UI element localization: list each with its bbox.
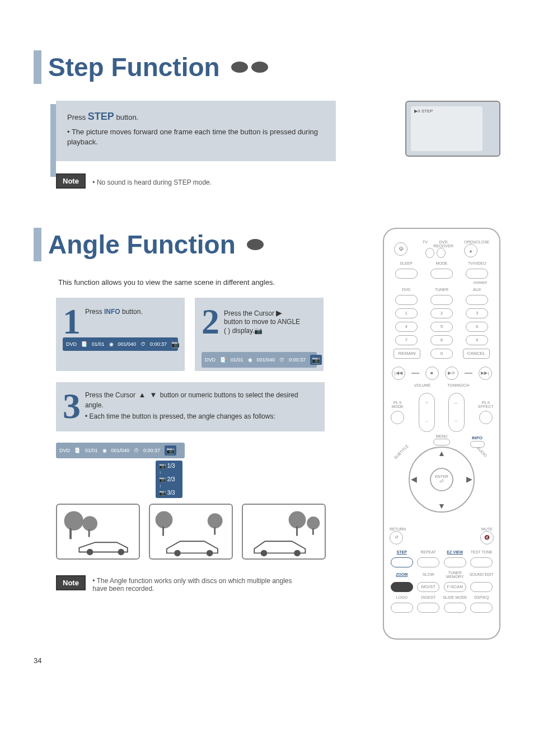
chevron-up-icon: ︿: [454, 400, 458, 406]
return-button[interactable]: ↺: [390, 531, 403, 544]
sleep-button[interactable]: [395, 269, 418, 279]
ezview-button[interactable]: [444, 557, 466, 567]
step-number-1: 1: [63, 306, 81, 338]
step-label-highlight: STEP: [390, 550, 414, 554]
cancel-button[interactable]: CANCEL: [463, 349, 490, 359]
step-function-heading-row: Step Function: [34, 50, 500, 84]
eject-button[interactable]: ▲: [464, 244, 477, 257]
clock-icon: ⏱: [140, 341, 146, 347]
play-pause-button[interactable]: ▶/II: [445, 367, 458, 380]
step-button-label: STEP: [88, 111, 114, 122]
slow-button[interactable]: MO/ST: [417, 582, 439, 592]
zoom-button[interactable]: [391, 582, 413, 592]
media-dots: [247, 239, 264, 250]
title-icon: 📑: [81, 341, 87, 347]
digit-3[interactable]: 3: [466, 308, 488, 318]
svg-rect-13: [296, 526, 298, 536]
svg-point-5: [118, 549, 125, 556]
svg-point-0: [64, 511, 84, 530]
svg-point-14: [307, 516, 320, 529]
logo-button[interactable]: [391, 603, 413, 613]
tv-led: [425, 248, 434, 258]
enter-button[interactable]: ENTER ⏎: [430, 468, 453, 491]
camera-icon: 📷: [165, 445, 176, 456]
digit-9[interactable]: 9: [466, 335, 488, 345]
cursor-right-icon: ▶: [276, 308, 282, 317]
cursor-down[interactable]: ▼: [438, 501, 446, 510]
page-number: 34: [34, 656, 500, 665]
angle-thumb-3: [242, 504, 326, 560]
digit-8[interactable]: 8: [430, 335, 453, 345]
note-badge: Note: [56, 575, 86, 590]
testtone-button[interactable]: [470, 557, 493, 567]
accent-bar: [34, 50, 41, 84]
note-badge: Note: [56, 173, 86, 189]
angle-function-heading-row: Angle Function: [34, 228, 366, 261]
dvd-led: [437, 248, 446, 258]
note-text: • No sound is heard during STEP mode.: [92, 179, 212, 186]
mode-button[interactable]: [430, 269, 453, 279]
svg-rect-3: [88, 529, 90, 537]
cursor-down-icon: ▼: [149, 391, 158, 399]
step-instruction-text: Press STEP button.: [67, 110, 325, 124]
remote-control-illustration: ⏻ TV DVD RECEIVER OPEN/CLOSE ▲: [383, 228, 500, 640]
plus-icon: +: [425, 400, 428, 405]
angle-value: 📷 1/3: [159, 463, 179, 469]
remain-button[interactable]: REMAIN: [394, 349, 420, 359]
osd-bar-step2: DVD 📑 01/01 ◉ 001/040 ⏱ 0:00:37 📷: [202, 352, 317, 368]
tunermem-button[interactable]: F.SCAN: [444, 582, 466, 592]
title-icon: 📑: [220, 357, 226, 363]
svg-point-6: [156, 511, 173, 528]
digit-6[interactable]: 6: [466, 322, 488, 332]
info-button-label: INFO: [104, 308, 120, 316]
clock-icon: ⏱: [279, 357, 284, 363]
dvd-source-button[interactable]: [395, 295, 418, 305]
minus-icon: −: [425, 419, 428, 424]
pl2-effect-button[interactable]: [479, 411, 493, 424]
svg-point-11: [207, 550, 213, 557]
accent-bar: [50, 104, 56, 177]
prev-button[interactable]: |◀◀: [392, 367, 405, 380]
media-dots: [231, 62, 268, 73]
accent-bar: [34, 228, 41, 261]
stop-button[interactable]: ■: [425, 367, 439, 380]
chapter-icon: ◉: [109, 341, 114, 347]
cursor-right[interactable]: ▶: [466, 475, 472, 483]
aux-source-button[interactable]: [466, 295, 488, 305]
repeat-button[interactable]: [417, 557, 439, 567]
svg-point-17: [294, 550, 301, 557]
digit-0[interactable]: 0: [430, 349, 453, 359]
cursor-left[interactable]: ◀: [411, 475, 417, 483]
power-button[interactable]: ⏻: [394, 242, 407, 256]
cursor-up[interactable]: ▲: [438, 449, 446, 458]
digit-2[interactable]: 2: [430, 308, 453, 318]
tuning-pad[interactable]: ︿﹀: [448, 393, 465, 432]
step-function-title: Step Function: [48, 52, 220, 82]
angle-thumb-1: [56, 504, 140, 560]
camera-icon-highlighted: 📷: [310, 355, 322, 365]
angle-function-title: Angle Function: [48, 229, 236, 260]
info-label-highlight: INFO: [472, 435, 483, 440]
info-button[interactable]: [470, 441, 485, 448]
step-button[interactable]: [391, 557, 413, 567]
svg-point-10: [174, 550, 181, 557]
soundedit-button[interactable]: [470, 582, 493, 592]
tv-osd-text: ▶II STEP: [414, 109, 433, 114]
chapter-icon: ◉: [248, 357, 252, 363]
svg-point-12: [289, 511, 306, 528]
dspeq-button[interactable]: [470, 603, 493, 613]
menu-button[interactable]: [433, 439, 450, 445]
next-button[interactable]: ▶▶|: [479, 367, 492, 380]
volume-pad[interactable]: +−: [419, 393, 435, 432]
digest-button[interactable]: [417, 603, 439, 613]
step-3-text: Press the Cursor ▲ ▼ button or numeric b…: [63, 390, 318, 421]
tuner-source-button[interactable]: [430, 295, 453, 305]
tvvideo-button[interactable]: [466, 269, 488, 279]
pl2-mode-button[interactable]: [391, 411, 404, 424]
digit-1[interactable]: 1: [395, 308, 418, 318]
digit-7[interactable]: 7: [395, 335, 418, 345]
mute-button[interactable]: 🔇: [480, 531, 494, 544]
digit-5[interactable]: 5: [430, 322, 453, 332]
digit-4[interactable]: 4: [395, 322, 418, 332]
slidemode-button[interactable]: [444, 603, 466, 613]
